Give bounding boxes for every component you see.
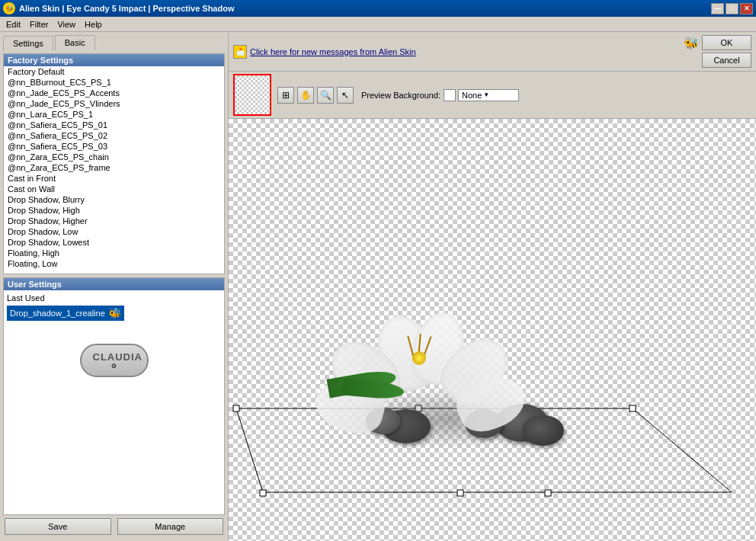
list-item[interactable]: @nn_Jade_EC5_PS_Vlinders [4, 98, 224, 109]
list-item[interactable]: @nn_Lara_EC5_PS_1 [4, 109, 224, 120]
canvas-area[interactable] [229, 119, 756, 541]
menu-bar: Edit Filter View Help [0, 17, 756, 32]
list-item[interactable]: Cast on Wall [4, 184, 224, 194]
preview-bg-value: None [462, 91, 482, 100]
pointer-button[interactable]: ↖ [337, 87, 354, 104]
hand-tool-button[interactable]: ✋ [297, 87, 314, 104]
control-point-top-right[interactable] [629, 405, 636, 411]
right-panel: 📩 Click here for new messages from Alien… [229, 32, 756, 541]
control-point-bot-left[interactable] [260, 490, 266, 496]
flower-image [320, 297, 579, 450]
control-point-top-left[interactable] [233, 405, 239, 411]
user-badge-area: CLAUDIA ✿ [7, 321, 221, 400]
user-badge: CLAUDIA ✿ [80, 344, 149, 377]
dropdown-arrow-icon: ▼ [483, 91, 489, 98]
message-icon[interactable]: 📩 [233, 45, 247, 59]
tab-bar: Settings Basic [3, 35, 225, 50]
list-item[interactable]: Drop Shadow, Low [4, 226, 224, 237]
list-item[interactable]: @nn_BBurnout_EC5_PS_1 [4, 77, 224, 88]
color-swatch [444, 89, 456, 101]
svg-line-2 [633, 408, 732, 492]
list-item[interactable]: Drop Shadow, Higher [4, 216, 224, 226]
ok-button[interactable]: OK [702, 35, 751, 50]
selected-user-setting[interactable]: Drop_shadow_1_crealine 🐝 [7, 306, 124, 321]
list-item[interactable]: Factory Default [4, 66, 224, 77]
list-item[interactable]: @nn_Safiera_EC5_PS_03 [4, 141, 224, 152]
control-point-bot-mid[interactable] [457, 490, 463, 496]
list-item[interactable]: @nn_Zara_EC5_PS_frame [4, 162, 224, 173]
right-toolbar: 📩 Click here for new messages from Alien… [229, 32, 756, 72]
preview-bg-label: Preview Background: [361, 91, 440, 100]
control-point-bot-right[interactable] [545, 490, 551, 496]
minimize-button[interactable]: — [711, 3, 724, 14]
user-badge-small: ✿ [93, 363, 136, 370]
list-item[interactable]: @nn_Safiera_EC5_PS_02 [4, 130, 224, 141]
message-bar: 📩 Click here for new messages from Alien… [233, 45, 679, 59]
cancel-button[interactable]: Cancel [702, 53, 751, 68]
list-item[interactable]: Drop Shadow, High [4, 205, 224, 216]
tab-basic[interactable]: Basic [55, 35, 95, 50]
title-bar: 🐝 Alien Skin | Eye Candy 5 Impact | Pers… [0, 0, 756, 17]
factory-settings-title: Factory Settings [4, 54, 224, 66]
manage-button[interactable]: Manage [117, 518, 224, 535]
menu-filter[interactable]: Filter [25, 18, 53, 30]
menu-help[interactable]: Help [80, 18, 107, 30]
zoom-button[interactable]: 🔍 [317, 87, 334, 104]
menu-view[interactable]: View [53, 18, 80, 30]
preview-bg-dropdown[interactable]: None ▼ [458, 89, 519, 101]
title-text: Alien Skin | Eye Candy 5 Impact | Perspe… [19, 4, 234, 13]
list-item[interactable]: Cast in Front [4, 173, 224, 184]
ok-area: 🐝 OK [684, 35, 751, 50]
bee-icon: 🐝 [108, 307, 121, 319]
thumbnail-preview [233, 74, 271, 116]
list-item[interactable]: @nn_Jade_EC5_PS_Accents [4, 88, 224, 98]
factory-settings-list[interactable]: Factory Default@nn_BBurnout_EC5_PS_1@nn_… [4, 66, 224, 274]
maximize-button[interactable]: □ [726, 3, 738, 14]
menu-edit[interactable]: Edit [2, 18, 25, 30]
zoom-to-fit-button[interactable]: ⊞ [277, 87, 294, 104]
save-button[interactable]: Save [5, 518, 111, 535]
list-item[interactable]: Drop Shadow, Lowest [4, 237, 224, 248]
app-icon: 🐝 [3, 2, 15, 14]
selected-setting-text: Drop_shadow_1_crealine [10, 309, 105, 318]
bee-ok-icon: 🐝 [684, 36, 699, 50]
preview-bg-select[interactable]: None ▼ [444, 89, 519, 101]
tool-row: ⊞ ✋ 🔍 ↖ Preview Background: None ▼ [229, 72, 756, 119]
tab-settings[interactable]: Settings [3, 36, 53, 51]
list-item[interactable]: Floating, High [4, 248, 224, 258]
list-item[interactable]: @nn_Zara_EC5_PS_chain [4, 152, 224, 162]
action-buttons: 🐝 OK Cancel [684, 35, 751, 68]
left-panel: Settings Basic Factory Settings Factory … [0, 32, 229, 541]
svg-line-1 [236, 408, 263, 492]
bottom-buttons: Save Manage [3, 515, 225, 538]
last-used-label: Last Used [7, 293, 221, 303]
message-link[interactable]: Click here for new messages from Alien S… [250, 47, 416, 56]
close-button[interactable]: ✕ [740, 3, 753, 14]
factory-settings-section: Factory Settings Factory Default@nn_BBur… [3, 53, 225, 274]
list-item[interactable]: Floating, Low [4, 258, 224, 269]
list-item[interactable]: @nn_Safiera_EC5_PS_01 [4, 120, 224, 130]
main-container: Settings Basic Factory Settings Factory … [0, 32, 756, 541]
list-item[interactable]: Drop Shadow, Blurry [4, 194, 224, 205]
user-settings-section: User Settings Last Used Drop_shadow_1_cr… [3, 277, 225, 515]
user-settings-title: User Settings [4, 278, 224, 290]
window-controls[interactable]: — □ ✕ [711, 3, 753, 14]
